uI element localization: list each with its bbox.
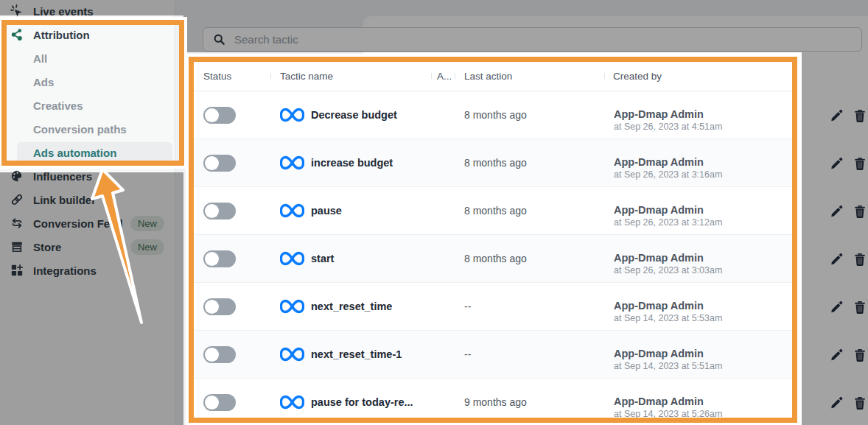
last-action: -- [455, 301, 604, 312]
sidebar-item-conversion-feed[interactable]: Conversion Feed New [0, 211, 175, 235]
sidebar: Live events Attribution All Ads Creative… [0, 0, 175, 425]
sidebar-item-all[interactable]: All [0, 46, 175, 70]
app-window: Live events Attribution All Ads Creative… [0, 0, 868, 425]
integrations-icon [10, 264, 24, 277]
meta-icon [280, 155, 304, 171]
created-by-name: App-Dmap Admin [614, 395, 797, 408]
edit-button[interactable] [830, 108, 844, 122]
trash-icon [853, 301, 867, 314]
column-header-a: A... [431, 71, 455, 82]
created-by-name: App-Dmap Admin [614, 108, 797, 121]
table-row[interactable]: increase budget 8 months ago App-Dmap Ad… [194, 139, 797, 187]
row-actions [830, 139, 868, 187]
sidebar-item-live-events[interactable]: Live events [0, 0, 175, 23]
edit-button[interactable] [830, 252, 844, 266]
last-action: -- [455, 348, 604, 360]
trash-icon [853, 205, 867, 218]
created-by-name: App-Dmap Admin [614, 203, 797, 217]
sidebar-item-creatives[interactable]: Creatives [0, 94, 175, 117]
status-toggle[interactable] [203, 107, 236, 124]
delete-button[interactable] [853, 109, 867, 122]
table-row[interactable]: Decrease budget 8 months ago App-Dmap Ad… [194, 91, 797, 139]
edit-button[interactable] [830, 396, 844, 410]
column-header-tactic-name: Tactic name [270, 71, 431, 82]
trash-icon [853, 157, 867, 170]
meta-icon [280, 346, 304, 362]
created-by-date: at Sep 14, 2023 at 5:53am [614, 312, 797, 325]
edit-button[interactable] [830, 348, 844, 362]
sidebar-item-link-builder[interactable]: Link builder [0, 188, 175, 211]
sidebar-item-label: Creatives [33, 99, 83, 112]
delete-button[interactable] [853, 348, 867, 362]
sidebar-item-ads-automation[interactable]: Ads automation [17, 142, 172, 163]
last-action: 8 months ago [455, 109, 604, 121]
sidebar-item-integrations[interactable]: Integrations [0, 259, 175, 282]
meta-icon [280, 107, 304, 123]
tactic-name: start [311, 253, 334, 264]
trash-icon [853, 109, 867, 122]
tactic-name: pause [311, 205, 342, 217]
table-row[interactable]: pause 8 months ago App-Dmap Admin at Sep… [194, 187, 797, 235]
tactic-name: Decrease budget [311, 109, 397, 121]
status-toggle[interactable] [203, 298, 236, 315]
conversion-feed-icon [10, 217, 24, 230]
store-icon [10, 240, 24, 253]
new-badge: New [130, 239, 164, 255]
pencil-icon [830, 348, 844, 362]
column-header-created-by: Created by [604, 71, 797, 82]
tactic-name: pause for today-re... [311, 396, 413, 408]
status-toggle[interactable] [203, 203, 236, 219]
status-toggle[interactable] [203, 155, 236, 172]
delete-button[interactable] [853, 205, 867, 218]
tactic-name: increase budget [311, 157, 393, 169]
last-action: 8 months ago [455, 205, 604, 217]
trash-icon [853, 253, 867, 266]
meta-icon [280, 203, 304, 219]
table-row[interactable]: start 8 months ago App-Dmap Admin at Sep… [194, 235, 797, 283]
sidebar-item-label: Ads automation [33, 147, 116, 159]
status-toggle[interactable] [203, 346, 236, 363]
search-input[interactable] [233, 32, 861, 46]
column-header-status: Status [194, 71, 270, 82]
live-events-icon [10, 4, 24, 18]
sidebar-item-label: Conversion paths [33, 123, 127, 136]
pencil-icon [830, 108, 844, 122]
delete-button[interactable] [853, 396, 867, 410]
table-header: Status Tactic name A... Last action Crea… [194, 62, 797, 91]
edit-button[interactable] [830, 300, 844, 314]
sidebar-item-label: All [33, 52, 47, 65]
influencers-icon [10, 169, 24, 183]
pencil-icon [830, 156, 844, 170]
table-row[interactable]: next_reset_time-1 -- App-Dmap Admin at S… [194, 331, 797, 379]
created-by-name: App-Dmap Admin [614, 347, 797, 360]
created-by-date: at Sep 26, 2023 at 4:51am [614, 121, 797, 133]
edit-button[interactable] [830, 204, 844, 218]
row-actions [830, 379, 868, 425]
status-toggle[interactable] [203, 394, 236, 411]
status-toggle[interactable] [203, 250, 236, 267]
sidebar-item-store[interactable]: Store New [0, 235, 175, 259]
table-row[interactable]: next_reset_time -- App-Dmap Admin at Sep… [194, 283, 797, 331]
sidebar-item-conversion-paths[interactable]: Conversion paths [0, 117, 175, 141]
pencil-icon [830, 300, 844, 314]
search-box [203, 27, 862, 52]
sidebar-item-label: Store [33, 241, 61, 253]
table-row[interactable]: pause for today-re... 9 months ago App-D… [194, 379, 797, 425]
edit-button[interactable] [830, 156, 844, 170]
sidebar-item-influencers[interactable]: Influencers [0, 164, 175, 188]
sidebar-item-label: Influencers [33, 170, 92, 183]
sidebar-item-label: Ads [33, 76, 54, 88]
row-actions-column [830, 91, 868, 425]
delete-button[interactable] [853, 157, 867, 170]
meta-icon [280, 250, 304, 267]
sidebar-item-label: Integrations [33, 264, 97, 277]
sidebar-item-label: Attribution [33, 29, 90, 41]
pencil-icon [830, 252, 844, 266]
last-action: 9 months ago [455, 396, 604, 408]
created-by-date: at Sep 26, 2023 at 3:12am [614, 217, 797, 229]
created-by-date: at Sep 26, 2023 at 3:03am [614, 264, 797, 277]
sidebar-item-attribution[interactable]: Attribution [0, 23, 175, 46]
delete-button[interactable] [853, 253, 867, 266]
sidebar-item-ads[interactable]: Ads [0, 70, 175, 94]
delete-button[interactable] [853, 301, 867, 314]
